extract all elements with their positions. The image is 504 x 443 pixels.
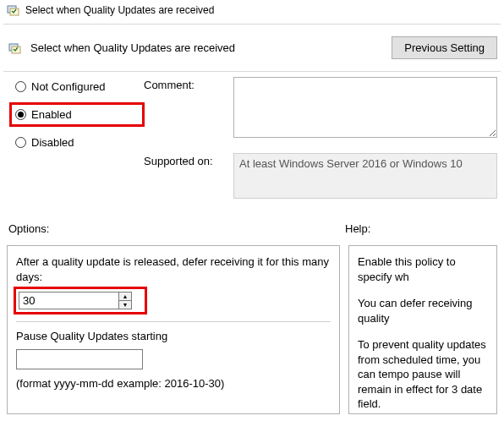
policy-header: Select when Quality Updates are received… (0, 25, 504, 71)
help-text: You can defer receiving quality (358, 296, 488, 325)
help-text: To prevent quality updates from schedule… (358, 337, 488, 412)
options-panel: After a quality update is released, defe… (7, 245, 340, 414)
radio-icon[interactable] (15, 137, 26, 148)
pause-date-input[interactable] (16, 349, 143, 369)
radio-label: Not Configured (31, 80, 105, 93)
spinner-up-button[interactable]: ▲ (119, 293, 131, 301)
comment-label: Comment: (144, 77, 233, 138)
defer-days-control: ▲ ▼ (14, 287, 147, 314)
radio-enabled[interactable]: Enabled (9, 102, 145, 127)
radio-label: Disabled (31, 136, 74, 149)
radio-disabled[interactable]: Disabled (15, 136, 134, 149)
defer-days-input[interactable] (19, 292, 118, 309)
policy-name: Select when Quality Updates are received (30, 41, 383, 54)
pause-updates-label: Pause Quality Updates starting (16, 329, 331, 344)
spinner-down-button[interactable]: ▼ (119, 301, 131, 309)
state-radio-group: Not Configured Enabled Disabled (15, 77, 134, 214)
help-text: Enable this policy to specify wh (358, 254, 488, 284)
comment-input[interactable] (233, 77, 497, 138)
options-section-label: Options: (8, 222, 345, 235)
help-panel: Enable this policy to specify wh You can… (348, 245, 497, 414)
supported-on-label: Supported on: (144, 153, 233, 199)
policy-icon (7, 3, 20, 17)
radio-icon[interactable] (15, 109, 26, 120)
help-section-label: Help: (345, 222, 497, 235)
defer-days-label: After a quality update is released, defe… (16, 254, 331, 284)
window-titlebar: Select when Quality Updates are received (0, 0, 504, 24)
policy-header-icon (8, 41, 22, 55)
radio-icon[interactable] (15, 81, 26, 92)
divider (16, 321, 331, 322)
window-title: Select when Quality Updates are received (25, 4, 214, 16)
date-format-hint: (format yyyy-mm-dd example: 2016-10-30) (16, 376, 331, 391)
previous-setting-button[interactable]: Previous Setting (392, 36, 497, 59)
supported-on-value: At least Windows Server 2016 or Windows … (233, 153, 497, 199)
radio-label: Enabled (31, 108, 72, 121)
spinner-buttons: ▲ ▼ (118, 292, 132, 309)
radio-not-configured[interactable]: Not Configured (15, 80, 134, 93)
